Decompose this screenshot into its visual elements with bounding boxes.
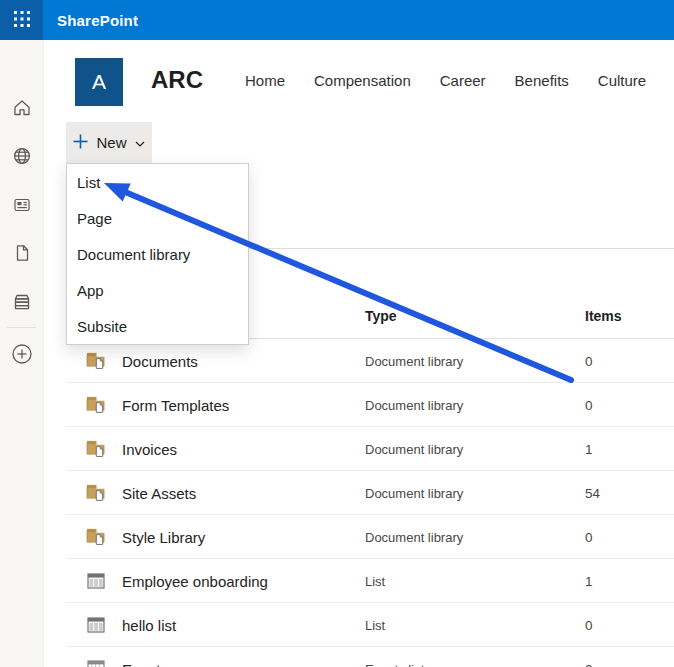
document-library-icon bbox=[86, 527, 106, 547]
menu-item-page[interactable]: Page bbox=[67, 200, 248, 236]
waffle-icon bbox=[14, 11, 30, 30]
menu-item-list[interactable]: List bbox=[67, 164, 248, 200]
site-header: A ARC HomeCompensationCareerBenefitsCult… bbox=[43, 40, 674, 122]
menu-item-document-library[interactable]: Document library bbox=[67, 236, 248, 272]
chevron-down-icon bbox=[135, 135, 145, 150]
new-menu: ListPageDocument libraryAppSubsite bbox=[66, 163, 249, 345]
sidebar-divider bbox=[7, 327, 36, 328]
app-name: SharePoint bbox=[57, 12, 138, 29]
site-logo-letter: A bbox=[92, 70, 106, 94]
new-button-label: New bbox=[96, 134, 126, 151]
row-name-link[interactable]: hello list bbox=[122, 616, 176, 633]
row-type: Events list bbox=[365, 661, 424, 667]
new-button[interactable]: New bbox=[66, 122, 152, 163]
add-icon[interactable] bbox=[6, 339, 38, 369]
document-library-icon bbox=[86, 351, 106, 371]
site-contents-table: Documents Document library 0 Form Templa… bbox=[66, 339, 674, 667]
table-row: Style Library Document library 0 bbox=[66, 515, 674, 559]
site-logo[interactable]: A bbox=[75, 58, 123, 106]
row-items-count: 54 bbox=[585, 485, 600, 500]
site-nav: HomeCompensationCareerBenefitsCultureInv… bbox=[245, 72, 674, 89]
table-row: hello list List 0 bbox=[66, 603, 674, 647]
app-sidebar bbox=[0, 40, 44, 667]
row-name-link[interactable]: Events bbox=[122, 660, 168, 667]
row-name-link[interactable]: Style Library bbox=[122, 528, 205, 545]
row-items-count: 0 bbox=[585, 529, 593, 544]
row-items-count: 0 bbox=[585, 353, 593, 368]
row-items-count: 0 bbox=[585, 661, 593, 667]
events-icon bbox=[86, 659, 106, 667]
row-items-count: 1 bbox=[585, 441, 593, 456]
table-row: Site Assets Document library 54 bbox=[66, 471, 674, 515]
list-icon bbox=[86, 615, 106, 635]
menu-item-app[interactable]: App bbox=[67, 272, 248, 308]
news-icon[interactable] bbox=[6, 190, 38, 220]
menu-item-subsite[interactable]: Subsite bbox=[67, 308, 248, 344]
row-type: List bbox=[365, 617, 385, 632]
nav-item-career[interactable]: Career bbox=[440, 72, 486, 89]
row-name-link[interactable]: Employee onboarding bbox=[122, 572, 268, 589]
column-header-type[interactable]: Type bbox=[365, 308, 397, 324]
row-name-link[interactable]: Form Templates bbox=[122, 396, 229, 413]
table-row: Employee onboarding List 1 bbox=[66, 559, 674, 603]
document-library-icon bbox=[86, 395, 106, 415]
list-icon bbox=[86, 571, 106, 591]
row-type: Document library bbox=[365, 441, 463, 456]
nav-item-home[interactable]: Home bbox=[245, 72, 285, 89]
suite-bar: SharePoint bbox=[0, 0, 674, 40]
app-launcher-button[interactable] bbox=[0, 0, 43, 40]
table-row: Documents Document library 0 bbox=[66, 339, 674, 383]
row-type: List bbox=[365, 573, 385, 588]
row-name-link[interactable]: Documents bbox=[122, 352, 198, 369]
row-items-count: 0 bbox=[585, 397, 593, 412]
row-name-link[interactable]: Site Assets bbox=[122, 484, 196, 501]
nav-item-culture[interactable]: Culture bbox=[598, 72, 646, 89]
lists-icon[interactable] bbox=[6, 287, 38, 317]
column-header-items[interactable]: Items bbox=[585, 308, 622, 324]
row-type: Document library bbox=[365, 397, 463, 412]
globe-icon[interactable] bbox=[6, 141, 38, 171]
table-row: Form Templates Document library 0 bbox=[66, 383, 674, 427]
document-library-icon bbox=[86, 483, 106, 503]
row-items-count: 0 bbox=[585, 617, 593, 632]
table-row: Events Events list 0 bbox=[66, 647, 674, 667]
nav-item-benefits[interactable]: Benefits bbox=[515, 72, 569, 89]
site-title[interactable]: ARC bbox=[151, 66, 203, 94]
document-library-icon bbox=[86, 439, 106, 459]
row-items-count: 1 bbox=[585, 573, 593, 588]
plus-icon bbox=[73, 134, 88, 152]
home-icon[interactable] bbox=[6, 93, 38, 123]
row-type: Document library bbox=[365, 353, 463, 368]
document-icon[interactable] bbox=[6, 238, 38, 268]
row-type: Document library bbox=[365, 529, 463, 544]
row-name-link[interactable]: Invoices bbox=[122, 440, 177, 457]
row-type: Document library bbox=[365, 485, 463, 500]
table-row: Invoices Document library 1 bbox=[66, 427, 674, 471]
nav-item-compensation[interactable]: Compensation bbox=[314, 72, 411, 89]
